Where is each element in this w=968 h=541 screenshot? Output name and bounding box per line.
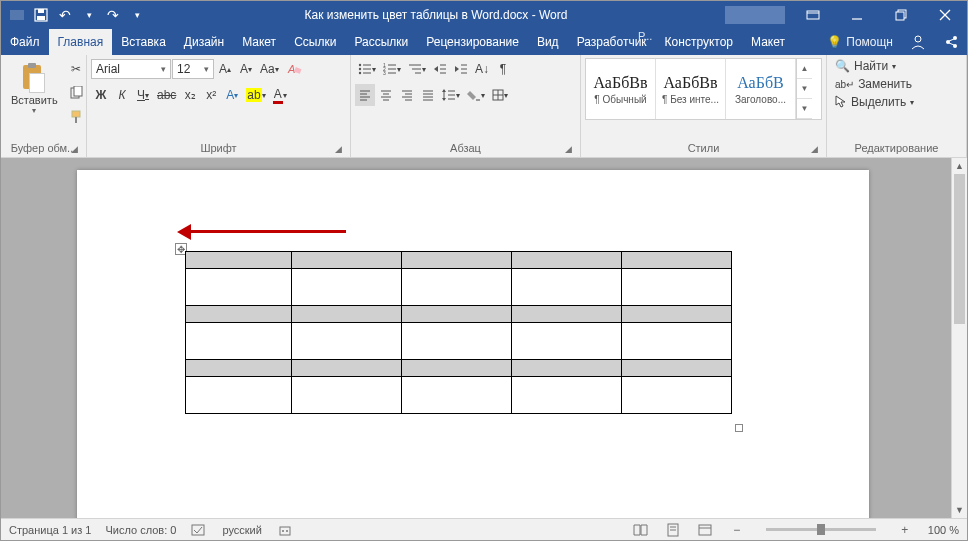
restore-icon[interactable] xyxy=(879,1,923,29)
paste-button[interactable]: Вставить ▾ xyxy=(5,58,64,119)
clear-format-icon[interactable]: A xyxy=(283,58,305,80)
align-left-icon[interactable] xyxy=(355,84,375,106)
paragraph-launcher-icon[interactable]: ◢ xyxy=(562,143,574,155)
zoom-slider[interactable] xyxy=(766,528,876,531)
styles-launcher-icon[interactable]: ◢ xyxy=(808,143,820,155)
macro-icon[interactable] xyxy=(276,521,294,539)
subscript-button[interactable]: x₂ xyxy=(180,84,200,106)
style-normal[interactable]: АаБбВв ¶ Обычный xyxy=(586,59,656,119)
tab-layout[interactable]: Макет xyxy=(233,29,285,55)
tab-mailings[interactable]: Рассылки xyxy=(345,29,417,55)
show-marks-icon[interactable]: ¶ xyxy=(493,58,513,80)
qat-customize-icon[interactable]: ▾ xyxy=(127,5,147,25)
cut-icon[interactable]: ✂ xyxy=(66,58,86,80)
word-app-icon xyxy=(7,5,27,25)
zoom-in-icon[interactable]: + xyxy=(896,521,914,539)
select-button[interactable]: Выделить▾ xyxy=(831,94,962,110)
text-effects-icon[interactable]: A▾ xyxy=(222,84,242,106)
share-icon[interactable] xyxy=(935,29,967,55)
bold-button[interactable]: Ж xyxy=(91,84,111,106)
tab-file[interactable]: Файл xyxy=(1,29,49,55)
minimize-icon[interactable] xyxy=(835,1,879,29)
tell-me[interactable]: 💡 Помощн xyxy=(819,29,901,55)
undo-icon[interactable]: ↶ xyxy=(55,5,75,25)
styles-gallery[interactable]: АаБбВв ¶ Обычный АаБбВв ¶ Без инте... Аа… xyxy=(585,58,822,120)
tab-review[interactable]: Рецензирование xyxy=(417,29,528,55)
grow-font-icon[interactable]: A▴ xyxy=(215,58,235,80)
gallery-more-icon[interactable]: ▼ xyxy=(797,99,812,119)
scroll-thumb[interactable] xyxy=(954,174,965,324)
font-color-icon[interactable]: A▾ xyxy=(270,84,290,106)
account-area[interactable] xyxy=(725,6,785,24)
svg-rect-4 xyxy=(37,16,45,20)
font-name-combo[interactable]: Arial▾ xyxy=(91,59,171,79)
font-size-combo[interactable]: 12▾ xyxy=(172,59,214,79)
zoom-level[interactable]: 100 % xyxy=(928,524,959,536)
italic-button[interactable]: К xyxy=(112,84,132,106)
shrink-font-icon[interactable]: A▾ xyxy=(236,58,256,80)
replace-button[interactable]: ab↵ Заменить xyxy=(831,76,962,92)
sort-icon[interactable]: A↓ xyxy=(472,58,492,80)
table-resize-handle[interactable] xyxy=(735,424,743,432)
copy-icon[interactable] xyxy=(66,82,86,104)
style-no-spacing[interactable]: АаБбВв ¶ Без инте... xyxy=(656,59,726,119)
spellcheck-icon[interactable] xyxy=(190,521,208,539)
gallery-up-icon[interactable]: ▲ xyxy=(797,59,812,79)
tab-table-layout[interactable]: Макет xyxy=(742,29,794,55)
paste-dropdown-icon[interactable]: ▾ xyxy=(32,106,36,115)
group-styles: Стили ◢ xyxy=(585,140,822,157)
outdent-icon[interactable] xyxy=(430,58,450,80)
underline-button[interactable]: Ч▾ xyxy=(133,84,153,106)
tab-insert[interactable]: Вставка xyxy=(112,29,175,55)
numbering-icon[interactable]: 123▾ xyxy=(380,58,404,80)
redo-icon[interactable]: ↷ xyxy=(103,5,123,25)
status-words[interactable]: Число слов: 0 xyxy=(105,524,176,536)
font-launcher-icon[interactable]: ◢ xyxy=(332,143,344,155)
svg-rect-5 xyxy=(807,11,819,19)
close-icon[interactable] xyxy=(923,1,967,29)
vertical-scrollbar[interactable]: ▲ ▼ xyxy=(951,158,967,518)
borders-icon[interactable]: ▾ xyxy=(489,84,511,106)
document-table[interactable] xyxy=(185,251,732,414)
shading-icon[interactable]: ▾ xyxy=(464,84,488,106)
multilevel-icon[interactable]: ▾ xyxy=(405,58,429,80)
format-painter-icon[interactable] xyxy=(66,106,86,128)
svg-rect-9 xyxy=(896,12,904,20)
align-right-icon[interactable] xyxy=(397,84,417,106)
tab-references[interactable]: Ссылки xyxy=(285,29,345,55)
read-mode-icon[interactable] xyxy=(632,521,650,539)
align-center-icon[interactable] xyxy=(376,84,396,106)
web-layout-icon[interactable] xyxy=(696,521,714,539)
strike-button[interactable]: abc xyxy=(154,84,179,106)
svg-rect-1 xyxy=(10,10,24,20)
highlight-icon[interactable]: ab▾ xyxy=(243,84,268,106)
zoom-out-icon[interactable]: − xyxy=(728,521,746,539)
tab-design[interactable]: Дизайн xyxy=(175,29,233,55)
line-spacing-icon[interactable]: ▾ xyxy=(439,84,463,106)
account-icon[interactable] xyxy=(901,29,935,55)
tab-table-design[interactable]: Конструктор xyxy=(656,29,742,55)
indent-icon[interactable] xyxy=(451,58,471,80)
superscript-button[interactable]: x² xyxy=(201,84,221,106)
document-area[interactable]: ✥ xyxy=(1,158,951,518)
justify-icon[interactable] xyxy=(418,84,438,106)
style-heading1[interactable]: АаБбВ Заголово... xyxy=(726,59,796,119)
svg-point-76 xyxy=(286,530,288,532)
tab-view[interactable]: Вид xyxy=(528,29,568,55)
save-icon[interactable] xyxy=(31,5,51,25)
scroll-down-icon[interactable]: ▼ xyxy=(952,502,967,518)
status-language[interactable]: русский xyxy=(222,524,261,536)
gallery-down-icon[interactable]: ▼ xyxy=(797,79,812,99)
replace-icon: ab↵ xyxy=(835,79,854,90)
clipboard-launcher-icon[interactable]: ◢ xyxy=(68,143,80,155)
status-page[interactable]: Страница 1 из 1 xyxy=(9,524,91,536)
ribbon-display-icon[interactable] xyxy=(791,1,835,29)
change-case-icon[interactable]: Aa▾ xyxy=(257,58,282,80)
bullets-icon[interactable]: ▾ xyxy=(355,58,379,80)
svg-point-28 xyxy=(359,72,361,74)
print-layout-icon[interactable] xyxy=(664,521,682,539)
undo-dropdown-icon[interactable]: ▾ xyxy=(79,5,99,25)
find-button[interactable]: 🔍 Найти▾ xyxy=(831,58,962,74)
scroll-up-icon[interactable]: ▲ xyxy=(952,158,967,174)
tab-home[interactable]: Главная xyxy=(49,29,113,55)
